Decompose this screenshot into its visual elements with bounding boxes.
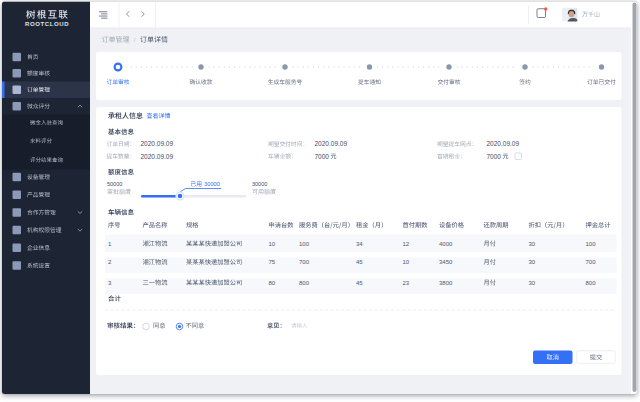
svg-text:30000: 30000 [252, 181, 267, 187]
svg-text:45: 45 [356, 280, 363, 286]
svg-text:45: 45 [356, 259, 363, 265]
svg-text:23: 23 [403, 280, 410, 286]
svg-text:700: 700 [299, 259, 310, 265]
svg-text:30: 30 [529, 259, 536, 265]
svg-text:2020.09.09: 2020.09.09 [315, 140, 348, 147]
svg-text:100: 100 [586, 241, 597, 247]
svg-text:7000: 7000 [487, 153, 502, 160]
svg-text:4000: 4000 [439, 241, 453, 247]
svg-text:3: 3 [108, 280, 112, 286]
svg-text:/: / [134, 37, 136, 43]
svg-text:12: 12 [403, 241, 410, 247]
svg-text:1: 1 [108, 241, 112, 247]
svg-text:2: 2 [108, 259, 112, 265]
svg-text:80: 80 [269, 280, 276, 286]
svg-text:10: 10 [403, 259, 410, 265]
svg-text:2020.09.09: 2020.09.09 [141, 153, 174, 160]
svg-text:34: 34 [356, 241, 363, 247]
svg-text:100: 100 [299, 241, 310, 247]
svg-text:2020.09.09: 2020.09.09 [141, 140, 174, 147]
svg-text:30000: 30000 [204, 181, 220, 187]
svg-text:30: 30 [529, 280, 536, 286]
svg-text:800: 800 [299, 280, 310, 286]
svg-text:700: 700 [586, 259, 597, 265]
svg-text:75: 75 [269, 259, 276, 265]
svg-text:30: 30 [529, 241, 536, 247]
svg-text:800: 800 [586, 280, 597, 286]
svg-text:ROOTCLOUD: ROOTCLOUD [25, 21, 69, 27]
svg-text:3800: 3800 [439, 280, 453, 286]
svg-text:50000: 50000 [107, 181, 122, 187]
svg-text:7000: 7000 [315, 153, 330, 160]
svg-text:10: 10 [269, 241, 276, 247]
svg-text:3450: 3450 [439, 259, 453, 265]
svg-text:2020.09.09: 2020.09.09 [487, 140, 520, 147]
